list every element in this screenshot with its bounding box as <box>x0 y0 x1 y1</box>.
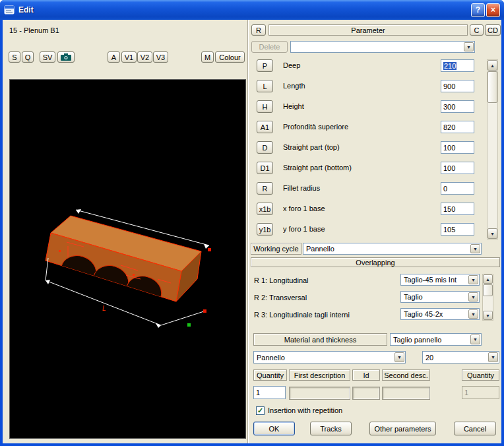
param-row: A1 Profondità superiore 820 <box>0 121 504 134</box>
chevron-down-icon[interactable]: ▼ <box>488 352 498 362</box>
c-button[interactable]: C <box>470 24 484 36</box>
param-label: Profondità superiore <box>283 123 348 131</box>
param-code-button[interactable]: H <box>257 100 273 113</box>
cut-value: Taglio pannello <box>393 336 469 344</box>
chevron-down-icon[interactable]: ▼ <box>464 42 474 51</box>
close-button[interactable]: × <box>486 3 500 17</box>
scrollbar-thumb[interactable] <box>488 71 497 103</box>
param-row: y1b y foro 1 base 105 <box>0 223 504 236</box>
app-icon <box>4 5 15 15</box>
quantity-right-input: 1 <box>462 386 499 399</box>
titlebar[interactable]: Edit ? × <box>0 0 504 20</box>
window-title: Edit <box>18 5 470 15</box>
second-desc-field[interactable] <box>382 387 430 400</box>
chevron-down-icon[interactable]: ▼ <box>468 309 478 319</box>
param-label: x foro 1 base <box>283 205 325 212</box>
param-label: y foro 1 base <box>283 225 325 233</box>
length-dimension-label: L <box>102 305 106 312</box>
r1-combo[interactable]: Taglio-45 mis Int ▼ <box>400 274 480 286</box>
param-row: D Straight part (top) 100 <box>0 141 504 154</box>
param-value-input[interactable]: 0 <box>441 182 474 195</box>
r3-value: Taglio 45-2x <box>404 310 467 318</box>
param-code-button[interactable]: R <box>257 182 273 195</box>
chevron-down-icon[interactable]: ▼ <box>394 352 404 362</box>
header-quantity-right: Quantity <box>462 369 499 381</box>
param-row: H Height 300 <box>0 100 504 113</box>
tracks-button[interactable]: Tracks <box>310 422 352 435</box>
r3-combo[interactable]: Taglio 45-2x ▼ <box>400 308 480 320</box>
r1-value: Taglio-45 mis Int <box>404 276 467 284</box>
param-row: R Fillet radius 0 <box>0 182 504 195</box>
param-value-input[interactable]: 105 <box>441 223 474 236</box>
delete-button[interactable]: Delete <box>251 41 288 53</box>
parameter-scrollbar[interactable]: ▲ ▼ <box>487 59 498 239</box>
material-thickness-button[interactable]: Material and thickness <box>253 333 387 346</box>
header-quantity-left: Quantity <box>253 369 287 381</box>
param-row: P Deep 210 <box>0 59 504 73</box>
header-first-description: First description <box>289 369 350 381</box>
help-button[interactable]: ? <box>471 3 485 17</box>
quantity-left-input[interactable]: 1 <box>253 386 286 399</box>
scroll-down-icon[interactable]: ▼ <box>488 228 497 239</box>
cut-combo[interactable]: Taglio pannello ▼ <box>390 333 482 346</box>
panel-material-combo[interactable]: Pannello ▼ <box>253 351 406 364</box>
param-label: Height <box>283 102 304 110</box>
param-code-button[interactable]: D1 <box>257 162 273 174</box>
overlapping-scrollbar[interactable]: ▲ ▼ <box>482 274 493 321</box>
param-value-input[interactable]: 300 <box>441 100 474 113</box>
param-value-input[interactable]: 100 <box>441 162 474 174</box>
param-row: x1b x foro 1 base 150 <box>0 203 504 216</box>
cd-button[interactable]: CD <box>485 24 501 36</box>
insertion-repetition-checkbox[interactable]: ✓ <box>256 406 265 415</box>
ok-button[interactable]: OK <box>253 422 295 435</box>
scrollbar-thumb[interactable] <box>483 284 493 296</box>
id-field[interactable] <box>352 387 380 400</box>
r-button[interactable]: R <box>251 24 266 36</box>
chevron-down-icon[interactable]: ▼ <box>468 292 478 302</box>
working-cycle-combo[interactable]: Pannello ▼ <box>303 243 482 255</box>
r1-label: R 1: Longitudinal <box>254 276 309 284</box>
param-code-button[interactable]: y1b <box>257 223 273 236</box>
first-description-field[interactable] <box>289 387 350 400</box>
working-cycle-value: Pannello <box>306 245 469 253</box>
r2-label: R 2: Transversal <box>254 294 307 302</box>
r2-value: Taglio <box>404 293 467 301</box>
chevron-down-icon[interactable]: ▼ <box>470 334 480 344</box>
overlapping-header: Overlapping <box>251 257 500 267</box>
param-code-button[interactable]: A1 <box>257 121 273 133</box>
param-code-button[interactable]: x1b <box>257 203 273 215</box>
thickness-combo[interactable]: 20 ▼ <box>422 351 499 364</box>
cancel-button[interactable]: Cancel <box>454 422 496 435</box>
param-value-input[interactable]: 900 <box>441 80 474 92</box>
other-parameters-button[interactable]: Other parameters <box>369 422 436 435</box>
scroll-up-icon[interactable]: ▲ <box>488 60 497 71</box>
param-label: Deep <box>283 61 300 69</box>
param-code-button[interactable]: P <box>257 59 273 72</box>
working-cycle-label: Working cycle <box>251 243 301 255</box>
param-label: Fillet radius <box>283 184 320 192</box>
chevron-down-icon[interactable]: ▼ <box>468 275 478 284</box>
param-row: D1 Straight part (bottom) 100 <box>0 162 504 175</box>
header-second-desc: Second desc. <box>382 369 430 381</box>
r3-label: R 3: Longitudinale tagli interni <box>254 311 350 319</box>
scroll-up-icon[interactable]: ▲ <box>483 274 493 284</box>
param-code-button[interactable]: L <box>257 80 273 92</box>
edit-dialog: Edit ? × 15 - Plenum B1 S Q SV A V1 V2 V… <box>0 0 504 446</box>
thickness-value: 20 <box>425 354 487 362</box>
param-value-input[interactable]: 210 <box>441 59 474 72</box>
param-value-input[interactable]: 100 <box>441 141 474 154</box>
param-label: Length <box>283 82 305 90</box>
r2-combo[interactable]: Taglio ▼ <box>400 291 480 303</box>
scroll-down-icon[interactable]: ▼ <box>483 311 493 320</box>
param-label: Straight part (bottom) <box>283 164 352 172</box>
header-id: Id <box>352 369 380 381</box>
chevron-down-icon[interactable]: ▼ <box>470 244 480 253</box>
parameter-header[interactable]: Parameter <box>268 24 468 36</box>
param-value-input[interactable]: 820 <box>441 121 474 133</box>
param-code-button[interactable]: D <box>257 141 273 154</box>
param-row: L Length 900 <box>0 80 504 93</box>
panel-material-value: Pannello <box>257 354 393 362</box>
delete-combo[interactable]: ▼ <box>290 41 475 53</box>
object-title: 15 - Plenum B1 <box>9 26 59 34</box>
param-value-input[interactable]: 150 <box>441 203 474 215</box>
